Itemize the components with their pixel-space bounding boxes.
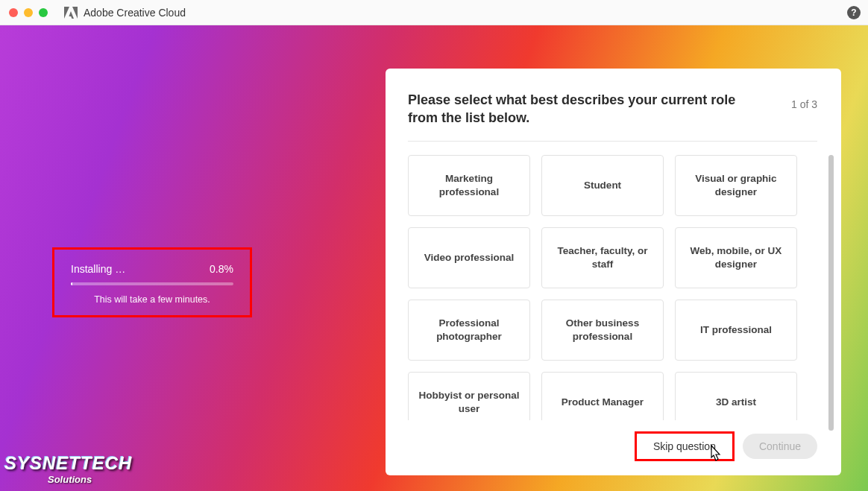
options-scroll: Marketing professional Student Visual or… [408, 155, 834, 420]
install-label: Installing … [71, 263, 125, 275]
panel-step: 1 of 3 [791, 98, 817, 110]
panel-header: Please select what best describes your c… [408, 91, 834, 127]
app-title-wrap: Adobe Creative Cloud [64, 7, 186, 19]
adobe-logo-icon [64, 7, 78, 19]
role-option[interactable]: Student [541, 155, 664, 216]
skip-question-button[interactable]: Skip question [637, 434, 732, 459]
app-title: Adobe Creative Cloud [84, 7, 186, 19]
install-row: Installing … 0.8% [71, 263, 233, 275]
continue-button: Continue [743, 434, 817, 459]
role-option[interactable]: Product Manager [541, 372, 664, 420]
progress-fill [71, 282, 72, 285]
help-icon[interactable]: ? [847, 6, 861, 19]
skip-highlight-wrap: Skip question [637, 434, 732, 459]
scrollbar-track[interactable] [828, 155, 834, 420]
role-option[interactable]: Web, mobile, or UX designer [675, 227, 797, 288]
watermark: SYSNETTECH Solutions [4, 453, 132, 485]
minimize-window-button[interactable] [24, 8, 33, 17]
close-window-button[interactable] [9, 8, 18, 17]
install-note: This will take a few minutes. [71, 294, 233, 305]
titlebar-right: ? [847, 6, 861, 19]
panel-footer: Skip question Continue [408, 420, 834, 459]
role-option[interactable]: Video professional [408, 227, 530, 288]
role-option[interactable]: Teacher, faculty, or staff [541, 227, 664, 288]
role-option[interactable]: Marketing professional [408, 155, 530, 216]
install-progress-box: Installing … 0.8% This will take a few m… [52, 247, 252, 317]
watermark-brand: SYSNETTECH [4, 453, 132, 474]
progress-bar [71, 282, 233, 285]
fullscreen-window-button[interactable] [39, 8, 48, 17]
role-option[interactable]: Other business professional [541, 300, 664, 361]
divider [408, 141, 817, 142]
role-option[interactable]: IT professional [675, 300, 797, 361]
window-controls [9, 8, 48, 17]
panel-prompt: Please select what best describes your c… [408, 91, 751, 127]
main-area: Installing … 0.8% This will take a few m… [0, 25, 868, 491]
role-option[interactable]: 3D artist [675, 372, 797, 420]
install-percent: 0.8% [210, 263, 233, 275]
watermark-sub: Solutions [48, 474, 132, 485]
titlebar: Adobe Creative Cloud ? [0, 0, 868, 25]
scrollbar-thumb[interactable] [828, 155, 834, 431]
options-grid: Marketing professional Student Visual or… [408, 155, 834, 420]
role-option[interactable]: Visual or graphic designer [675, 155, 797, 216]
role-option[interactable]: Professional photographer [408, 300, 530, 361]
role-option[interactable]: Hobbyist or personal user [408, 372, 530, 420]
onboarding-panel: Please select what best describes your c… [386, 69, 841, 475]
